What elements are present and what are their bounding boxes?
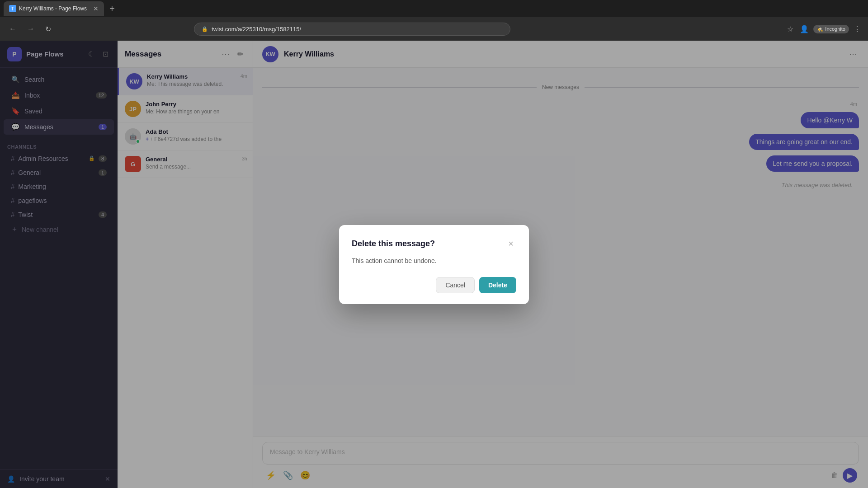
delete-confirm-button[interactable]: Delete [479, 277, 516, 293]
bookmark-button[interactable]: ☆ [785, 23, 795, 35]
modal-header: Delete this message? × [352, 238, 516, 250]
new-tab-button[interactable]: + [106, 4, 118, 14]
active-tab[interactable]: T Kerry Williams - Page Flows ✕ [4, 1, 104, 16]
nav-icons: ☆ 👤 🕵 Incognito ⋮ [785, 23, 863, 35]
incognito-label: Incognito [825, 26, 845, 32]
tab-close-button[interactable]: ✕ [93, 5, 99, 12]
tab-favicon: T [9, 5, 16, 12]
modal-body: This action cannot be undone. [352, 257, 516, 264]
url-text: twist.com/a/225310/msg/1582115/ [212, 26, 301, 33]
back-button[interactable]: ← [5, 23, 20, 35]
tab-bar: T Kerry Williams - Page Flows ✕ + [0, 0, 868, 17]
modal-close-button[interactable]: × [505, 238, 516, 250]
menu-button[interactable]: ⋮ [852, 23, 863, 35]
address-bar[interactable]: 🔒 twist.com/a/225310/msg/1582115/ [194, 23, 510, 36]
modal-overlay: Delete this message? × This action canno… [0, 41, 868, 488]
incognito-icon: 🕵 [817, 26, 823, 32]
modal-footer: Cancel Delete [352, 277, 516, 293]
forward-button[interactable]: → [24, 23, 38, 35]
delete-modal: Delete this message? × This action canno… [339, 225, 529, 304]
browser-chrome: T Kerry Williams - Page Flows ✕ + ← → ↻ … [0, 0, 868, 41]
refresh-button[interactable]: ↻ [42, 23, 55, 35]
cancel-button[interactable]: Cancel [436, 277, 475, 293]
lock-icon: 🔒 [202, 26, 208, 32]
nav-bar: ← → ↻ 🔒 twist.com/a/225310/msg/1582115/ … [0, 17, 868, 41]
tab-title: Kerry Williams - Page Flows [19, 5, 87, 12]
modal-title: Delete this message? [352, 239, 435, 249]
profile-button[interactable]: 👤 [798, 23, 811, 35]
incognito-badge: 🕵 Incognito [813, 25, 849, 33]
